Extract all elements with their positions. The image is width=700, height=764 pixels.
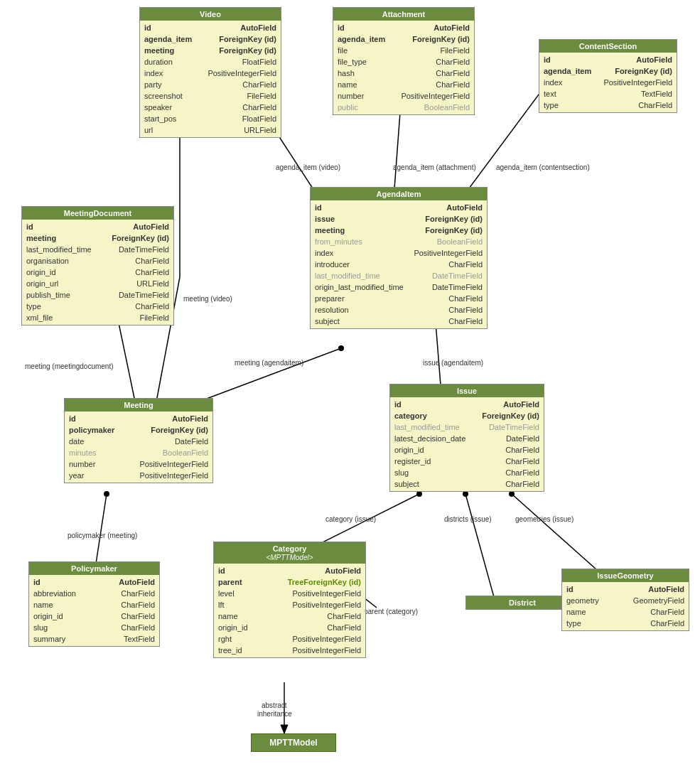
table-row: durationFloatField bbox=[143, 56, 278, 68]
table-row: parentTreeForeignKey (id) bbox=[217, 576, 362, 588]
table-category: Category<MPTTModel> idAutoField parentTr… bbox=[213, 542, 366, 658]
table-row: idAutoField bbox=[542, 54, 674, 65]
table-row: minutesBooleanField bbox=[68, 447, 210, 458]
table-policymaker: Policymaker idAutoField abbreviationChar… bbox=[28, 561, 160, 647]
label-meeting-agendaitem: meeting (agendaitem) bbox=[235, 359, 303, 367]
label-policymaker-meeting: policymaker (meeting) bbox=[68, 532, 137, 539]
table-contentsection: ContentSection idAutoField agenda_itemFo… bbox=[539, 39, 677, 113]
table-meetingdocument-body: idAutoField meetingForeignKey (id) last_… bbox=[22, 220, 173, 325]
label-parent-category: parent (category) bbox=[364, 608, 418, 615]
table-row: idAutoField bbox=[336, 22, 471, 33]
svg-line-21 bbox=[512, 494, 597, 570]
table-row: latest_decision_dateDateField bbox=[393, 433, 541, 444]
table-row: idAutoField bbox=[143, 22, 278, 33]
table-video-body: idAutoField agenda_itemForeignKey (id) m… bbox=[140, 21, 281, 137]
table-meetingdocument-header: MeetingDocument bbox=[22, 207, 173, 220]
table-row: tree_idPositiveIntegerField bbox=[217, 645, 362, 656]
table-row: preparerCharField bbox=[313, 293, 484, 304]
table-row: idAutoField bbox=[217, 565, 362, 576]
table-row: from_minutesBooleanField bbox=[313, 236, 484, 247]
svg-point-18 bbox=[416, 491, 422, 497]
table-policymaker-header: Policymaker bbox=[29, 562, 159, 575]
table-row: resolutionCharField bbox=[313, 304, 484, 316]
table-row: levelPositiveIntegerField bbox=[217, 588, 362, 599]
table-row: rghtPositiveIntegerField bbox=[217, 633, 362, 645]
table-row: typeCharField bbox=[565, 618, 686, 629]
table-row: subjectCharField bbox=[393, 478, 541, 490]
svg-line-9 bbox=[117, 316, 135, 402]
table-attachment: Attachment idAutoField agenda_itemForeig… bbox=[333, 7, 475, 115]
label-issue-agendaitem: issue (agendaitem) bbox=[423, 359, 483, 367]
table-row: indexPositiveIntegerField bbox=[143, 68, 278, 79]
table-row: origin_idCharField bbox=[32, 610, 156, 622]
label-geometries-issue: geometries (issue) bbox=[515, 515, 574, 523]
table-row: subjectCharField bbox=[313, 316, 484, 327]
table-meeting-header: Meeting bbox=[65, 399, 212, 411]
label-meeting-video: meeting (video) bbox=[183, 295, 232, 303]
table-row: fileFileField bbox=[336, 45, 471, 56]
table-meetingdocument: MeetingDocument idAutoField meetingForei… bbox=[21, 206, 174, 325]
table-row: origin_last_modified_timeDateTimeField bbox=[313, 281, 484, 293]
table-row: idAutoField bbox=[32, 576, 156, 588]
table-row: geometryGeometryField bbox=[565, 595, 686, 606]
table-agendaitem: AgendaItem idAutoField issueForeignKey (… bbox=[310, 187, 488, 329]
table-row: idAutoField bbox=[313, 202, 484, 213]
table-contentsection-header: ContentSection bbox=[539, 40, 677, 53]
table-issuegeometry: IssueGeometry idAutoField geometryGeomet… bbox=[561, 569, 689, 631]
table-row: summaryTextField bbox=[32, 633, 156, 645]
table-row: slugCharField bbox=[32, 622, 156, 633]
table-row: meetingForeignKey (id) bbox=[25, 232, 171, 244]
table-row: agenda_itemForeignKey (id) bbox=[143, 33, 278, 45]
table-attachment-body: idAutoField agenda_itemForeignKey (id) f… bbox=[333, 21, 474, 114]
table-meeting-body: idAutoField policymakerForeignKey (id) d… bbox=[65, 411, 212, 483]
table-contentsection-body: idAutoField agenda_itemForeignKey (id) i… bbox=[539, 53, 677, 112]
label-category-issue: category (issue) bbox=[325, 515, 376, 523]
table-row: policymakerForeignKey (id) bbox=[68, 424, 210, 436]
table-row: yearPositiveIntegerField bbox=[68, 470, 210, 481]
table-row: publish_timeDateTimeField bbox=[25, 289, 171, 301]
svg-point-20 bbox=[463, 491, 468, 497]
table-row: idAutoField bbox=[393, 399, 541, 410]
diagram: agenda_item (video) agenda_item (attachm… bbox=[0, 0, 700, 764]
table-row: file_typeCharField bbox=[336, 56, 471, 68]
mpttmodel-box: MPTTModel bbox=[251, 733, 336, 752]
table-row: indexPositiveIntegerField bbox=[313, 247, 484, 259]
table-video-header: Video bbox=[140, 8, 281, 21]
table-row: last_modified_timeDateTimeField bbox=[393, 421, 541, 433]
table-row: textTextField bbox=[542, 88, 674, 99]
table-row: introducerCharField bbox=[313, 259, 484, 270]
table-issuegeometry-header: IssueGeometry bbox=[562, 569, 689, 582]
svg-marker-26 bbox=[281, 725, 288, 733]
table-row: nameCharField bbox=[32, 599, 156, 610]
svg-point-16 bbox=[104, 491, 109, 497]
table-row: nameCharField bbox=[565, 606, 686, 618]
table-row: hashCharField bbox=[336, 68, 471, 79]
table-issuegeometry-body: idAutoField geometryGeometryField nameCh… bbox=[562, 582, 689, 630]
label-agenda-item-contentsection: agenda_item (contentsection) bbox=[496, 163, 590, 171]
table-row: origin_idCharField bbox=[217, 622, 362, 633]
table-video: Video idAutoField agenda_itemForeignKey … bbox=[139, 7, 281, 138]
table-row: dateDateField bbox=[68, 436, 210, 447]
table-row: origin_urlURLField bbox=[25, 278, 171, 289]
svg-line-11 bbox=[199, 348, 341, 402]
table-row: idAutoField bbox=[25, 221, 171, 232]
table-row: speakerCharField bbox=[143, 102, 278, 113]
table-category-header: Category<MPTTModel> bbox=[214, 542, 365, 564]
table-policymaker-body: idAutoField abbreviationCharField nameCh… bbox=[29, 575, 159, 646]
table-row: lftPositiveIntegerField bbox=[217, 599, 362, 610]
svg-point-22 bbox=[509, 491, 515, 497]
label-districts-issue: districts (issue) bbox=[444, 515, 492, 523]
table-row: numberPositiveIntegerField bbox=[336, 90, 471, 102]
table-attachment-header: Attachment bbox=[333, 8, 474, 21]
label-agenda-item-attachment: agenda_item (attachment) bbox=[393, 163, 476, 171]
table-row: meetingForeignKey (id) bbox=[143, 45, 278, 56]
table-row: partyCharField bbox=[143, 79, 278, 90]
table-issue-body: idAutoField categoryForeignKey (id) last… bbox=[390, 397, 544, 491]
table-row: agenda_itemForeignKey (id) bbox=[336, 33, 471, 45]
table-row: slugCharField bbox=[393, 467, 541, 478]
table-row: idAutoField bbox=[68, 413, 210, 424]
svg-line-15 bbox=[96, 494, 107, 564]
table-row: register_idCharField bbox=[393, 456, 541, 467]
svg-line-19 bbox=[465, 494, 494, 597]
table-row: origin_idCharField bbox=[25, 267, 171, 278]
